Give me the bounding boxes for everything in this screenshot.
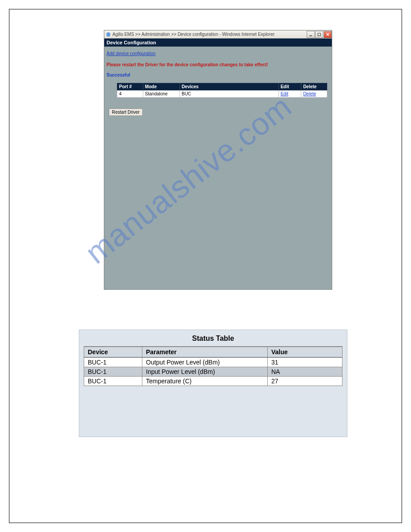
cell-parameter: Output Power Level (dBm) (142, 357, 268, 367)
ie-logo-icon (106, 32, 111, 37)
minimize-button[interactable] (307, 31, 315, 38)
col-device: Device (84, 347, 142, 357)
cell-device: BUC-1 (84, 377, 142, 386)
page-frame: Agilis EMS >> Administration >> Device c… (9, 9, 402, 523)
cell-parameter: Input Power Level (dBm) (142, 367, 268, 377)
delete-link[interactable]: Delete (303, 91, 316, 96)
status-panel: Status Table Device Parameter Value BUC-… (79, 330, 347, 437)
svg-point-0 (107, 32, 111, 36)
cell-value: 31 (268, 357, 342, 367)
cell-parameter: Temperature (C) (142, 377, 268, 386)
restart-driver-button[interactable]: Restart Driver (109, 108, 143, 116)
status-table: Device Parameter Value BUC-1 Output Powe… (84, 346, 342, 386)
table-header-row: Port # Mode Devices Edit Delete (117, 83, 327, 90)
status-row: BUC-1 Input Power Level (dBm) NA (84, 367, 342, 377)
success-message: Successful (107, 73, 330, 77)
col-value: Value (268, 347, 342, 357)
cell-edit: Edit (278, 90, 301, 98)
close-button[interactable] (324, 31, 332, 38)
cell-value: 27 (268, 377, 342, 386)
cell-devices: BUC (180, 90, 278, 98)
cell-value: NA (268, 367, 342, 377)
status-row: BUC-1 Output Power Level (dBm) 31 (84, 357, 342, 367)
content-body: Add device configuration Please restart … (104, 47, 332, 118)
window-controls (306, 31, 332, 38)
cell-device: BUC-1 (84, 367, 142, 377)
col-edit: Edit (278, 83, 301, 90)
status-header-row: Device Parameter Value (84, 347, 342, 357)
col-devices: Devices (180, 83, 278, 90)
ie-titlebar: Agilis EMS >> Administration >> Device c… (104, 30, 332, 39)
device-config-table: Port # Mode Devices Edit Delete 4 Standa… (117, 83, 327, 98)
svg-rect-2 (318, 33, 321, 36)
col-parameter: Parameter (142, 347, 268, 357)
col-port: Port # (117, 83, 143, 90)
window-title: Agilis EMS >> Administration >> Device c… (112, 32, 306, 37)
ie-window: Agilis EMS >> Administration >> Device c… (104, 30, 332, 290)
status-title: Status Table (79, 330, 347, 346)
col-delete: Delete (301, 83, 327, 90)
col-mode: Mode (143, 83, 180, 90)
cell-mode: Standalone (143, 90, 180, 98)
svg-rect-1 (309, 35, 312, 36)
status-row: BUC-1 Temperature (C) 27 (84, 377, 342, 386)
cell-port: 4 (117, 90, 143, 98)
table-row: 4 Standalone BUC Edit Delete (117, 90, 327, 98)
cell-device: BUC-1 (84, 357, 142, 367)
maximize-button[interactable] (315, 31, 323, 38)
cell-delete: Delete (301, 90, 327, 98)
ie-content: Device Configuration Add device configur… (104, 39, 332, 289)
add-device-link[interactable]: Add device configuration (107, 51, 156, 56)
warning-message: Please restart the Driver for the device… (107, 62, 330, 67)
edit-link[interactable]: Edit (281, 91, 288, 96)
page-header: Device Configuration (104, 39, 332, 47)
